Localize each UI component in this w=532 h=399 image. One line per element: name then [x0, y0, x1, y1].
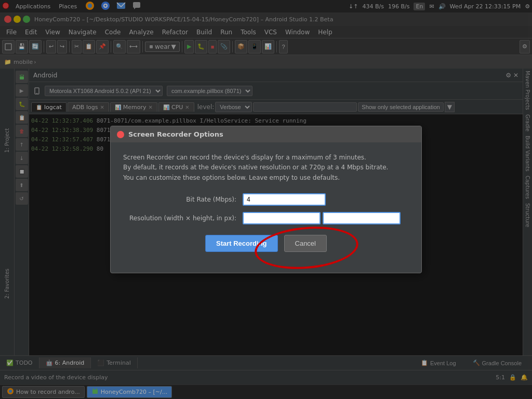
bit-rate-label: Bit Rate (Mbps):	[123, 196, 243, 203]
cancel-button[interactable]: Cancel	[284, 235, 327, 252]
resolution-field: Resolution (width × height, in px):	[123, 212, 409, 224]
resolution-label: Resolution (width × height, in px):	[123, 215, 243, 222]
dialog-close-button[interactable]	[117, 131, 124, 138]
dialog-body: Screen Recorder can record the device's …	[111, 142, 421, 273]
dialog-description: Screen Recorder can record the device's …	[123, 153, 409, 183]
dialog-overlay: Screen Recorder Options Screen Recorder …	[0, 0, 532, 399]
bit-rate-input[interactable]	[243, 193, 326, 206]
resolution-height-input[interactable]	[323, 212, 401, 224]
screen-recorder-dialog: Screen Recorder Options Screen Recorder …	[110, 126, 422, 273]
dialog-buttons: Start Recording Cancel	[123, 235, 409, 262]
resolution-width-input[interactable]	[243, 212, 321, 224]
start-recording-button[interactable]: Start Recording	[205, 235, 278, 252]
dialog-title-bar: Screen Recorder Options	[111, 126, 421, 142]
dialog-title: Screen Recorder Options	[128, 130, 223, 138]
bit-rate-field: Bit Rate (Mbps):	[123, 193, 409, 206]
